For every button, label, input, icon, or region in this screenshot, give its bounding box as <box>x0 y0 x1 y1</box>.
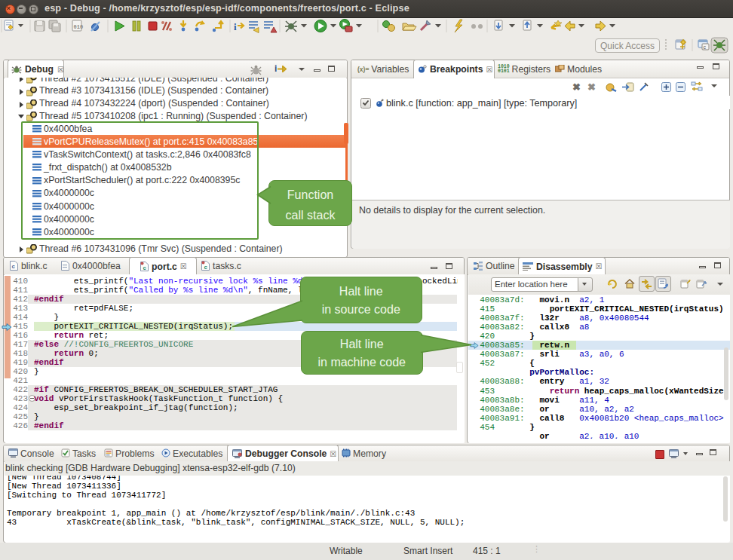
svg-text:i: i <box>234 21 237 32</box>
svg-text:c: c <box>143 265 147 271</box>
svg-text:c: c <box>704 44 707 50</box>
svg-text:c: c <box>12 263 16 270</box>
svg-text:010: 010 <box>74 24 84 30</box>
svg-text:c: c <box>204 264 208 271</box>
